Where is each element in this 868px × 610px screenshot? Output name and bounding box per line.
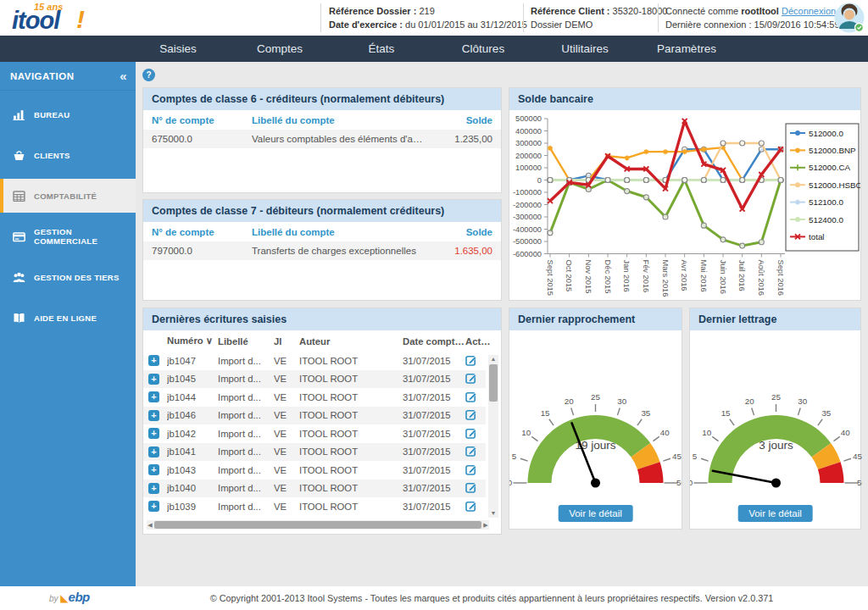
sidebar-item-gestion-commerciale[interactable]: GESTION COMMERCIALE [0, 219, 136, 253]
vertical-scroll-thumb[interactable] [489, 364, 498, 402]
svg-text:0: 0 [509, 478, 513, 487]
table-row[interactable]: +jb1040Import d...VEITOOL ROOT31/07/2015 [143, 480, 486, 498]
column-header-action[interactable]: Action [465, 336, 492, 347]
expand-plus-icon[interactable]: + [148, 428, 159, 439]
app-header: 15 ans itool ! Référence Dossier : 219 D… [0, 0, 868, 36]
sidebar-collapse-icon[interactable]: « [120, 62, 127, 91]
horizontal-scrollbar[interactable]: ◀ ▶ [147, 520, 489, 530]
entry-author: ITOOL ROOT [299, 502, 403, 512]
expand-plus-icon[interactable]: + [148, 501, 159, 512]
table-row[interactable]: +jb1047Import d...VEITOOL ROOT31/07/2015 [143, 352, 486, 370]
dossier-ref-label: Référence Dossier : [329, 6, 416, 16]
svg-text:Avr 2016: Avr 2016 [680, 260, 688, 291]
table-row[interactable]: +jb1039Import d...VEITOOL ROOT31/07/2015 [143, 497, 486, 516]
session-info: Connecté comme rootItool Déconnexion Der… [665, 4, 840, 31]
chart-icon [13, 108, 25, 120]
ebp-by: by [49, 594, 58, 603]
menu-item-paramètres[interactable]: Paramètres [636, 36, 737, 62]
svg-text:50: 50 [857, 478, 862, 487]
copyright-text: © Copyright 2001-2013 Itool Systems - To… [136, 593, 848, 603]
svg-text:5: 5 [512, 452, 517, 461]
entry-date: 31/07/2015 [403, 465, 465, 475]
table-row[interactable]: 675000.0Valeurs comptables des éléments … [143, 130, 501, 148]
book-icon [13, 312, 25, 324]
sidebar-item-comptabilit-[interactable]: COMPTABILITÉ [0, 179, 136, 213]
table-row[interactable]: +jb1043Import d...VEITOOL ROOT31/07/2015 [143, 461, 486, 480]
scroll-left-icon[interactable]: ◀ [147, 522, 153, 529]
dossier-info: Référence Dossier : 219 Date d'exercice … [329, 4, 527, 31]
menu-item-comptes[interactable]: Comptes [229, 36, 331, 62]
svg-text:35: 35 [821, 408, 831, 418]
sidebar-item-clients[interactable]: CLIENTS [0, 138, 136, 172]
expand-plus-icon[interactable]: + [148, 410, 159, 421]
entry-author: ITOOL ROOT [299, 374, 403, 384]
expand-plus-icon[interactable]: + [148, 374, 159, 385]
menu-item-états[interactable]: États [331, 36, 432, 62]
expand-plus-icon[interactable]: + [148, 355, 159, 366]
lettrage-detail-button[interactable]: Voir le détail [737, 505, 813, 522]
menu-item-clôtures[interactable]: Clôtures [432, 36, 534, 62]
table-row[interactable]: +jb1041Import d...VEITOOL ROOT31/07/2015 [143, 443, 486, 462]
scroll-down-icon[interactable]: ▼ [488, 509, 498, 518]
scroll-up-icon[interactable]: ▲ [488, 355, 498, 363]
column-header-libell-[interactable]: Libellé [218, 336, 274, 347]
entry-number: jb1043 [167, 465, 218, 475]
column-header-num-ro[interactable]: Numéro ∨ [167, 336, 218, 347]
column-header-auteur[interactable]: Auteur [299, 336, 403, 347]
entry-label: Import d... [218, 502, 274, 512]
table-row[interactable]: 797000.0Transferts de charges exceptionn… [143, 241, 501, 260]
vertical-scrollbar[interactable]: ▲ ▼ [488, 355, 498, 518]
expand-plus-icon[interactable]: + [148, 391, 159, 402]
entry-date: 31/07/2015 [403, 483, 465, 493]
svg-text:45: 45 [853, 452, 862, 461]
menu-item-utilitaires[interactable]: Utilitaires [534, 36, 636, 62]
connected-prefix: Connecté comme [665, 6, 738, 16]
user-avatar[interactable] [834, 3, 865, 33]
svg-text:0: 0 [690, 478, 693, 487]
entry-number: jb1046 [167, 410, 218, 420]
sidebar-item-label: GESTION COMMERCIALE [34, 227, 136, 246]
horizontal-scroll-thumb[interactable] [154, 521, 481, 529]
logout-link[interactable]: Déconnexion [782, 6, 836, 16]
expand-cell: + [148, 374, 167, 385]
dossier-ref-value: 219 [419, 6, 434, 16]
bank-balance-chart: 5000004000003000002000001000000-100000-2… [509, 110, 860, 300]
scroll-right-icon[interactable]: ▶ [482, 522, 489, 529]
app-logo[interactable]: 15 ans itool ! [12, 2, 114, 36]
table-row[interactable]: +jb1045Import d...VEITOOL ROOT31/07/2015 [143, 370, 486, 389]
expand-plus-icon[interactable]: + [148, 483, 159, 494]
svg-text:5: 5 [693, 452, 698, 461]
table-row[interactable]: +jb1046Import d...VEITOOL ROOT31/07/2015 [143, 407, 486, 425]
ecritures-header-row: Numéro ∨LibelléJlAuteurDate comptabActio… [143, 330, 486, 352]
svg-text:35: 35 [641, 408, 650, 418]
sidebar: NAVIGATION « BUREAUCLIENTSCOMPTABILITÉGE… [0, 62, 136, 586]
sidebar-item-gestion-des-tiers[interactable]: GESTION DES TIERS [0, 260, 136, 294]
panel-rapprochement-title: Dernier rapprochement [509, 308, 682, 330]
rapprochement-detail-button[interactable]: Voir le détail [558, 505, 633, 522]
svg-text:-100000: -100000 [513, 188, 542, 197]
table-row[interactable]: +jb1042Import d...VEITOOL ROOT31/07/2015 [143, 424, 486, 443]
header-divider [523, 3, 524, 32]
svg-text:400000: 400000 [515, 127, 542, 136]
ebp-logo[interactable]: by ◣ebp [49, 590, 90, 604]
svg-text:50: 50 [676, 478, 682, 487]
expand-plus-icon[interactable]: + [148, 464, 159, 475]
account-number: 797000.0 [143, 241, 243, 260]
entry-number: jb1040 [167, 483, 218, 493]
column-header-jl[interactable]: Jl [274, 336, 299, 347]
sidebar-item-bureau[interactable]: BUREAU [0, 97, 136, 131]
help-icon[interactable]: ? [142, 69, 155, 81]
expand-plus-icon[interactable]: + [148, 446, 159, 458]
table-row[interactable]: +jb1044Import d...VEITOOL ROOT31/07/2015 [143, 388, 486, 407]
sidebar-item-aide-en-ligne[interactable]: AIDE EN LIGNE [0, 301, 136, 335]
svg-text:0: 0 [537, 176, 542, 185]
sidebar-header: NAVIGATION « [0, 62, 136, 91]
expand-cell: + [148, 483, 167, 494]
entry-label: Import d... [218, 483, 274, 493]
svg-text:15: 15 [541, 408, 550, 418]
panel-classe6-title: Comptes de classe 6 - créditeurs (normal… [143, 88, 501, 110]
menu-item-saisies[interactable]: Saisies [127, 36, 229, 62]
panel-ecritures-title: Dernières écritures saisies [143, 308, 501, 330]
svg-text:Juin 2016: Juin 2016 [719, 260, 727, 294]
column-header-date-comptab[interactable]: Date comptab [403, 336, 465, 347]
